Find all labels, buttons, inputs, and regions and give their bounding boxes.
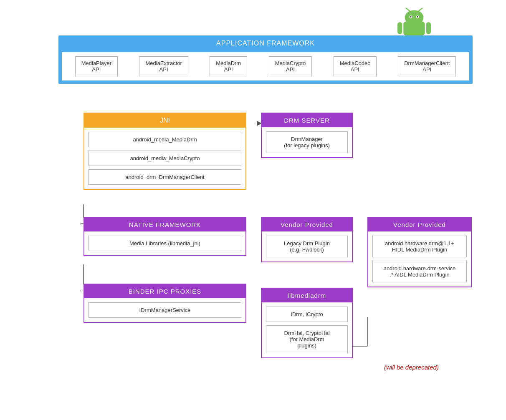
vendor-right-item-1: android.hardware.drm@1.1+HIDL MediaDrm P… bbox=[372, 236, 467, 257]
drm-server-box: DRM SERVER DrmManager(for legacy plugins… bbox=[261, 113, 353, 158]
native-framework-item-1: Media Libraries (libmedia_jni) bbox=[89, 236, 241, 251]
drm-server-title: DRM SERVER bbox=[262, 113, 352, 127]
api-mediaextractor: MediaExtractorAPI bbox=[139, 56, 188, 76]
binder-items: IDrmManagerService bbox=[84, 298, 245, 322]
native-framework-box: NATIVE FRAMEWORK Media Libraries (libmed… bbox=[83, 217, 246, 256]
api-mediaplayer: MediaPlayerAPI bbox=[75, 56, 118, 76]
svg-line-6 bbox=[406, 8, 410, 11]
jni-item-3: android_drm_DrmManagerClient bbox=[89, 169, 241, 185]
deprecated-text: (will be deprecated) bbox=[384, 364, 439, 371]
vendor-right-box: Vendor Provided android.hardware.drm@1.1… bbox=[367, 217, 472, 287]
libmediadrm-title: libmediadrm bbox=[262, 289, 352, 302]
app-framework-title: APPLICATION FRAMEWORK bbox=[58, 35, 473, 51]
app-framework-container: APPLICATION FRAMEWORK MediaPlayerAPI Med… bbox=[58, 35, 473, 84]
vendor-right-title: Vendor Provided bbox=[368, 218, 471, 231]
jni-item-2: android_media_MediaCrypto bbox=[89, 151, 241, 166]
libmediadrm-box: libmediadrm IDrm, ICrypto DrmHal, Crypto… bbox=[261, 288, 353, 358]
drm-server-items: DrmManager(for legacy plugins) bbox=[262, 127, 352, 157]
api-mediacrypto: MediaCryptoAPI bbox=[269, 56, 312, 76]
jni-items: android_media_MediaDrm android_media_Med… bbox=[84, 128, 245, 189]
vendor-left-items: Legacy Drm Plugin(e.g. Fwdlock) bbox=[262, 231, 352, 262]
app-framework-apis: MediaPlayerAPI MediaExtractorAPI MediaDr… bbox=[62, 52, 469, 80]
svg-text:⌐: ⌐ bbox=[80, 220, 83, 226]
svg-point-4 bbox=[410, 16, 411, 18]
vendor-left-item-1: Legacy Drm Plugin(e.g. Fwdlock) bbox=[266, 236, 348, 257]
native-framework-title: NATIVE FRAMEWORK bbox=[84, 218, 245, 231]
libmediadrm-items: IDrm, ICrypto DrmHal, CryptoHal(for Medi… bbox=[262, 302, 352, 357]
binder-box: BINDER IPC PROXIES IDrmManagerService bbox=[83, 284, 246, 323]
libmediadrm-item-1: IDrm, ICrypto bbox=[266, 307, 348, 322]
svg-rect-8 bbox=[397, 22, 402, 34]
vendor-right-item-2: android.hardware.drm-service.* AIDL Medi… bbox=[372, 261, 467, 282]
diagram-container: APPLICATION FRAMEWORK MediaPlayerAPI Med… bbox=[0, 0, 506, 420]
binder-item-1: IDrmManagerService bbox=[89, 302, 241, 318]
drm-server-item-1: DrmManager(for legacy plugins) bbox=[266, 131, 348, 153]
svg-point-5 bbox=[417, 16, 418, 18]
svg-rect-9 bbox=[426, 22, 431, 34]
svg-text:⌐: ⌐ bbox=[80, 287, 83, 293]
libmediadrm-item-2: DrmHal, CryptoHal(for MediaDrmplugins) bbox=[266, 325, 348, 353]
svg-point-1 bbox=[405, 10, 424, 25]
vendor-right-items: android.hardware.drm@1.1+HIDL MediaDrm P… bbox=[368, 231, 471, 287]
native-framework-items: Media Libraries (libmedia_jni) bbox=[84, 231, 245, 255]
api-drmmanagerclient: DrmManagerClientAPI bbox=[398, 56, 456, 76]
binder-title: BINDER IPC PROXIES bbox=[84, 284, 245, 298]
jni-item-1: android_media_MediaDrm bbox=[89, 132, 241, 147]
vendor-left-title: Vendor Provided bbox=[262, 218, 352, 231]
jni-box: JNI android_media_MediaDrm android_media… bbox=[83, 113, 246, 190]
vendor-left-box: Vendor Provided Legacy Drm Plugin(e.g. F… bbox=[261, 217, 353, 262]
jni-title: JNI bbox=[84, 113, 245, 128]
api-mediacodec: MediaCodecAPI bbox=[334, 56, 377, 76]
svg-line-7 bbox=[419, 8, 422, 11]
api-mediadrm: MediaDrmAPI bbox=[210, 56, 247, 76]
